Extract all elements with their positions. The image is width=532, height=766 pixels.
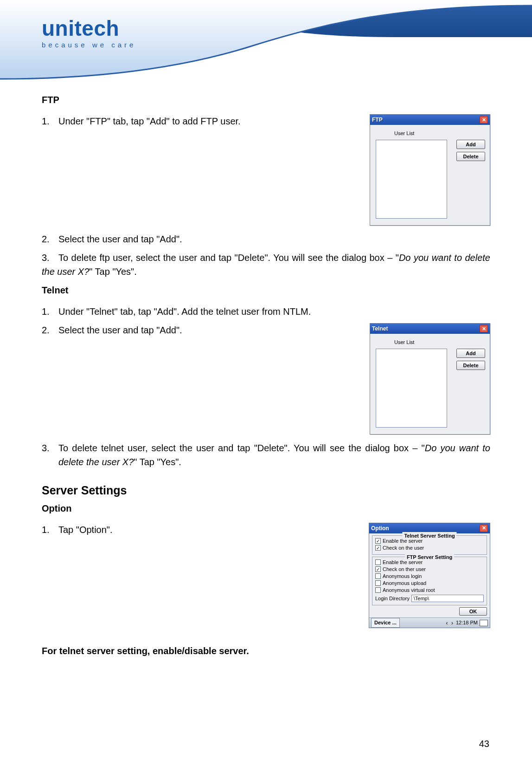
step-text: Under "Telnet" tab, tap "Add". Add the t… (58, 305, 490, 318)
option-dialog: Option ✕ Telnet Server Setting ✓Enable t… (369, 523, 490, 629)
telnet-step-2: 2. Select the user and tap "Add". (42, 323, 359, 337)
page-content: FTP 1. Under "FTP" tab, tap "Add" to add… (0, 84, 532, 684)
telnet-server-note: For telnet server setting, enable/disabl… (42, 644, 490, 658)
ftp-step-3: 3.To delete ftp user, select the user an… (42, 251, 490, 279)
telnet-userlist-label: User List (394, 338, 486, 346)
telnet-step-1: 1. Under "Telnet" tab, tap "Add". Add th… (42, 305, 490, 318)
server-settings-heading: Server Settings (42, 482, 490, 500)
step-text-a: To delete ftp user, select the user and … (58, 253, 399, 263)
close-icon[interactable]: ✕ (480, 525, 488, 532)
ftp-anon-vroot-checkbox[interactable]: Anonymous virtual root (375, 587, 484, 594)
brand-tagline: because we care (42, 41, 136, 49)
step-num: 2. (42, 232, 58, 246)
step-num: 1. (42, 114, 58, 128)
ftp-server-group: FTP Server Setting Enable the server ✓Ch… (372, 557, 487, 606)
telnet-dialog: Telnet ✕ User List Add Delete (370, 323, 490, 435)
brand-name: unitech (42, 16, 136, 41)
login-dir-input[interactable]: \Temp\ (411, 595, 484, 602)
page-header: unitech because we care (0, 0, 532, 84)
step-num: 1. (42, 523, 58, 537)
close-icon[interactable]: ✕ (480, 325, 488, 332)
page-number: 43 (479, 739, 489, 749)
telnet-step-3: 3. To delete telnet user, select the use… (42, 441, 490, 469)
step-text-a: To delete telnet user, select the user a… (58, 443, 425, 453)
ftp-step-2: 2. Select the user and tap "Add". (42, 232, 490, 246)
step-num: 1. (42, 305, 58, 318)
step-num: 2. (42, 323, 58, 337)
step-num: 3. (42, 251, 58, 265)
ftp-checkuser-checkbox[interactable]: ✓Check on ther user (375, 566, 484, 573)
telnet-group-legend: Telnet Server Setting (402, 532, 456, 540)
step-text: Select the user and tap "Add". (58, 323, 359, 337)
step-text: To delete telnet user, select the user a… (58, 441, 490, 469)
login-dir-label: Login Directory (375, 595, 410, 603)
step-text: Tap "Option". (58, 523, 358, 537)
ftp-dialog: FTP ✕ User List Add Delete (370, 114, 490, 226)
step-text: Select the user and tap "Add". (58, 232, 490, 246)
close-icon[interactable]: ✕ (480, 116, 488, 123)
telnet-heading: Telnet (42, 283, 490, 297)
device-button[interactable]: Device ... (371, 618, 400, 628)
ftp-anon-login-checkbox[interactable]: Anonymous login (375, 573, 484, 580)
ftp-userlist-box[interactable] (376, 140, 447, 219)
taskbar-time: 12:18 PM (456, 619, 478, 627)
telnet-dialog-titlebar: Telnet ✕ (370, 324, 490, 334)
telnet-server-group: Telnet Server Setting ✓Enable the server… (372, 535, 487, 555)
ftp-anon-upload-checkbox[interactable]: Anonymous upload (375, 580, 484, 587)
telnet-dialog-title: Telnet (372, 325, 388, 333)
step-num: 3. (42, 441, 58, 469)
ftp-dialog-titlebar: FTP ✕ (370, 115, 490, 125)
ftp-step-1: 1. Under "FTP" tab, tap "Add" to add FTP… (42, 114, 359, 128)
option-dialog-title: Option (371, 524, 389, 532)
keyboard-icon[interactable] (480, 620, 488, 626)
telnet-userlist-box[interactable] (376, 349, 447, 428)
step-text: Under "FTP" tab, tap "Add" to add FTP us… (58, 114, 359, 128)
step-text-b: " Tap "Yes". (134, 457, 181, 467)
header-swoosh-dark (254, 0, 532, 37)
ftp-heading: FTP (42, 93, 490, 107)
option-heading: Option (42, 501, 490, 515)
step-text-b: " Tap "Yes". (89, 266, 136, 277)
ftp-dialog-title: FTP (372, 116, 383, 124)
ftp-group-legend: FTP Server Setting (405, 553, 454, 561)
brand-logo: unitech because we care (42, 16, 136, 49)
telnet-delete-button[interactable]: Delete (456, 361, 485, 370)
server-step-1: 1. Tap "Option". (42, 523, 358, 537)
telnet-checkuser-checkbox[interactable]: ✓Check on the user (375, 545, 484, 552)
option-ok-button[interactable]: OK (459, 607, 487, 616)
telnet-add-button[interactable]: Add (456, 349, 485, 358)
nav-arrows-icon[interactable]: ‹ › (446, 619, 454, 627)
option-taskbar: Device ... ‹ › 12:18 PM (369, 617, 490, 628)
ftp-delete-button[interactable]: Delete (456, 152, 485, 161)
ftp-add-button[interactable]: Add (456, 140, 485, 149)
ftp-userlist-label: User List (394, 130, 486, 137)
